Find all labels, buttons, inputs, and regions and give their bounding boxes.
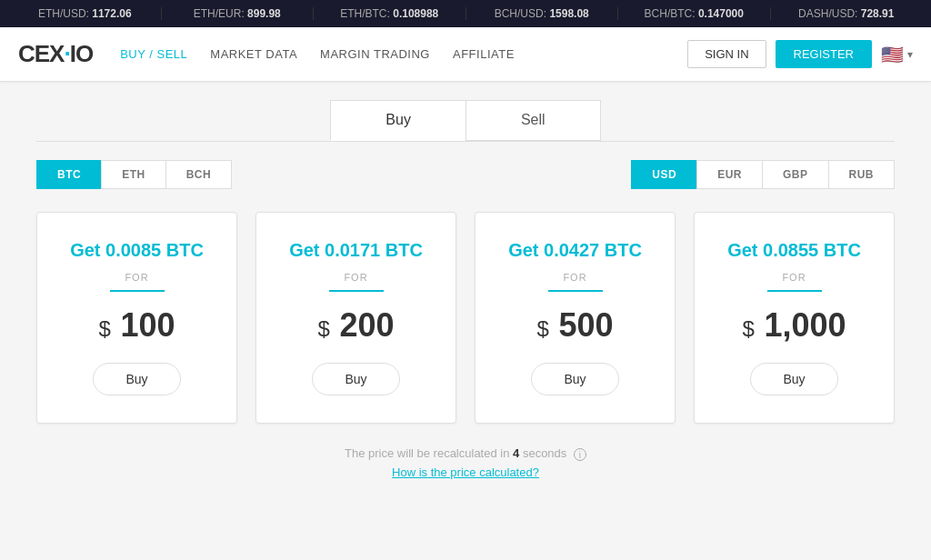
nav-item-buy--sell[interactable]: BUY / SELL — [120, 47, 187, 61]
buy-card-0: Get 0.0085 BTC FOR $ 100 Buy — [36, 212, 237, 424]
ticker-value: 0.147000 — [698, 7, 744, 20]
card-buy-button[interactable]: Buy — [93, 363, 180, 395]
card-buy-button[interactable]: Buy — [531, 363, 618, 395]
card-price-symbol: $ — [536, 316, 555, 341]
notice-prefix: The price will be recalculated in — [345, 446, 509, 460]
footer-notice: The price will be recalculated in 4 seco… — [36, 446, 895, 461]
language-selector[interactable]: 🇺🇸 ▾ — [881, 44, 913, 65]
cards-container: Get 0.0085 BTC FOR $ 100 Buy Get 0.0171 … — [36, 212, 895, 424]
info-icon[interactable]: i — [574, 448, 586, 461]
ticker-value: 899.98 — [247, 7, 281, 20]
card-price: $ 1,000 — [742, 306, 846, 345]
nav-item-margin-trading[interactable]: MARGIN TRADING — [320, 47, 430, 61]
logo-suffix: IO — [70, 40, 93, 67]
buy-card-2: Get 0.0427 BTC FOR $ 500 Buy — [475, 212, 676, 424]
card-price-symbol: $ — [742, 316, 760, 341]
card-price: $ 200 — [317, 306, 394, 345]
ticker-label: ETH/EUR: — [194, 7, 247, 20]
ticker-bar: ETH/USD: 1172.06ETH/EUR: 899.98ETH/BTC: … — [0, 0, 931, 27]
fiat-btn-gbp[interactable]: GBP — [762, 160, 828, 189]
countdown-value: 4 — [513, 446, 519, 460]
card-get-amount: Get 0.0427 BTC — [508, 240, 642, 261]
ticker-label: BCH/USD: — [495, 7, 550, 20]
crypto-btn-bch[interactable]: BCH — [165, 160, 233, 189]
card-buy-button[interactable]: Buy — [750, 363, 837, 395]
ticker-value: 0.108988 — [393, 7, 438, 20]
header: CEX·IO BUY / SELLMARKET DATAMARGIN TRADI… — [0, 27, 931, 82]
card-divider — [329, 290, 384, 292]
fiat-btn-usd[interactable]: USD — [631, 160, 696, 189]
nav-item-affiliate[interactable]: AFFILIATE — [453, 47, 515, 61]
card-price: $ 500 — [536, 306, 613, 345]
buy-card-1: Get 0.0171 BTC FOR $ 200 Buy — [255, 212, 456, 424]
fiat-btn-eur[interactable]: EUR — [696, 160, 762, 189]
logo-text: CEX·IO — [18, 40, 93, 68]
buy-card-3: Get 0.0855 BTC FOR $ 1,000 Buy — [694, 212, 895, 424]
ticker-item: BCH/BTC: 0.147000 — [618, 7, 771, 20]
card-divider — [767, 290, 822, 292]
card-for-label: FOR — [344, 272, 367, 283]
card-divider — [110, 290, 165, 292]
ticker-value: 1172.06 — [92, 7, 131, 20]
header-right: SIGN IN REGISTER 🇺🇸 ▾ — [687, 40, 913, 68]
card-price: $ 100 — [98, 306, 175, 345]
flag-icon: 🇺🇸 — [881, 44, 904, 65]
ticker-label: DASH/USD: — [798, 7, 861, 20]
card-for-label: FOR — [782, 272, 806, 283]
card-price-symbol: $ — [317, 316, 335, 341]
ticker-item: ETH/USD: 1172.06 — [9, 7, 162, 20]
tab-buy[interactable]: Buy — [330, 100, 466, 141]
ticker-label: BCH/BTC: — [645, 7, 698, 20]
ticker-item: DASH/USD: 728.91 — [771, 7, 923, 20]
price-calculation-link[interactable]: How is the price calculated? — [36, 465, 895, 479]
card-get-amount: Get 0.0855 BTC — [727, 240, 861, 261]
tab-sell[interactable]: Sell — [466, 100, 601, 141]
card-divider — [548, 290, 603, 292]
ticker-value: 728.91 — [861, 7, 895, 20]
notice-suffix: seconds — [523, 446, 566, 460]
register-button[interactable]: REGISTER — [776, 40, 872, 68]
main-nav: BUY / SELLMARKET DATAMARGIN TRADINGAFFIL… — [120, 47, 687, 61]
logo[interactable]: CEX·IO — [18, 40, 93, 68]
chevron-down-icon: ▾ — [907, 48, 913, 61]
card-get-amount: Get 0.0085 BTC — [70, 240, 204, 261]
ticker-label: ETH/USD: — [38, 7, 92, 20]
fiat-btn-rub[interactable]: RUB — [828, 160, 896, 189]
buysell-tabs: Buy Sell — [36, 100, 895, 142]
card-for-label: FOR — [125, 272, 148, 283]
logo-brand: CEX — [18, 40, 64, 67]
fiat-currency-group: USDEURGBPRUB — [631, 160, 895, 189]
card-buy-button[interactable]: Buy — [312, 363, 399, 395]
ticker-label: ETH/BTC: — [340, 7, 393, 20]
ticker-value: 1598.08 — [549, 7, 588, 20]
main-content: Buy Sell BTCETHBCH USDEURGBPRUB Get 0.00… — [0, 82, 931, 497]
ticker-item: ETH/BTC: 0.108988 — [314, 7, 466, 20]
card-price-symbol: $ — [98, 316, 116, 341]
crypto-currency-group: BTCETHBCH — [36, 160, 232, 189]
crypto-btn-eth[interactable]: ETH — [101, 160, 165, 189]
nav-item-market-data[interactable]: MARKET DATA — [210, 47, 297, 61]
card-for-label: FOR — [563, 272, 586, 283]
card-get-amount: Get 0.0171 BTC — [289, 240, 423, 261]
currency-selectors: BTCETHBCH USDEURGBPRUB — [36, 160, 895, 189]
ticker-item: ETH/EUR: 899.98 — [162, 7, 315, 20]
ticker-item: BCH/USD: 1598.08 — [466, 7, 619, 20]
crypto-btn-btc[interactable]: BTC — [36, 160, 101, 189]
signin-button[interactable]: SIGN IN — [687, 40, 766, 68]
